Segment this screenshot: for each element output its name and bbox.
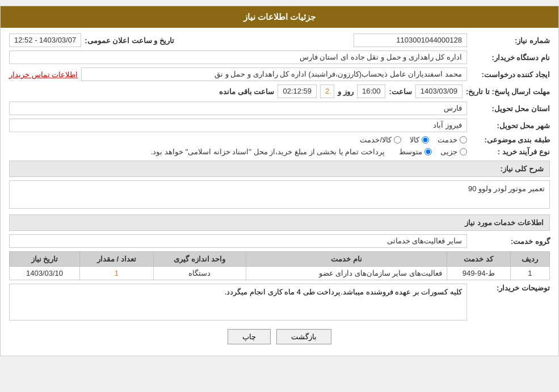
purchase-note: پرداخت تمام یا بخشی از مبلغ خرید،از محل …: [151, 147, 385, 156]
purchase-label-medium: متوسط: [399, 147, 422, 156]
province-row: استان محل تحویل: فارس: [9, 102, 550, 115]
table-header-date: تاریخ نیاز: [10, 252, 80, 267]
deadline-remaining-label: ساعت باقی مانده: [219, 87, 274, 96]
services-section-label: اطلاعات خدمات مورد نیاز: [465, 218, 544, 227]
purchase-type-row: نوع فرآیند خرید : جزیی متوسط پرداخت تمام…: [9, 147, 550, 156]
deadline-date: 1403/03/09: [415, 85, 463, 98]
page-title: جزئیات اطلاعات نیاز: [243, 12, 316, 22]
city-value: فیروز آباد: [9, 119, 467, 132]
cell-row: 1: [510, 267, 549, 280]
purchase-type-label: نوع فرآیند خرید :: [470, 147, 550, 156]
print-button[interactable]: چاپ: [228, 329, 271, 344]
province-label: استان محل تحویل:: [470, 104, 550, 113]
city-row: شهر محل تحویل: فیروز آباد: [9, 119, 550, 132]
category-label: طبقه بندی موضوعی:: [470, 136, 550, 144]
service-group-label: گروه خدمت:: [470, 237, 550, 246]
org-row: نام دستگاه خریدار: اداره کل راهداری و حم…: [9, 50, 550, 64]
creator-label: ایجاد کننده درخواست:: [470, 70, 550, 79]
province-value: فارس: [9, 102, 467, 115]
deadline-label: مهلت ارسال پاسخ: تا تاریخ:: [466, 87, 550, 96]
creator-link[interactable]: اطلاعات تماس خریدار: [9, 70, 78, 79]
general-desc-section-header: شرح کلی نیاز:: [9, 161, 550, 177]
org-label: نام دستگاه خریدار:: [470, 53, 550, 62]
services-section-header: اطلاعات خدمات مورد نیاز: [9, 214, 550, 231]
general-desc-value: تعمیر موتور لودر ولوو 90: [9, 180, 550, 209]
purchase-radio-minor[interactable]: [460, 148, 467, 155]
back-button[interactable]: بازگشت: [276, 329, 331, 344]
deadline-time-label: ساعت:: [389, 87, 411, 96]
page-container: جزئیات اطلاعات نیاز شماره نیاز: 11030010…: [0, 6, 559, 356]
buyer-desc-row: توضیحات خریدار:: [9, 284, 550, 321]
city-label: شهر محل تحویل:: [470, 121, 550, 130]
category-label-goods: کالا: [410, 136, 419, 144]
announcement-date-value: 1403/03/07 - 12:52: [9, 33, 81, 47]
page-header: جزئیات اطلاعات نیاز: [1, 6, 558, 28]
deadline-time: 16:00: [357, 85, 386, 98]
buyer-desc-value: [9, 284, 467, 321]
creator-row: ایجاد کننده درخواست: محمد اسفندیاران عام…: [9, 68, 550, 81]
purchase-type-options: جزیی متوسط پرداخت تمام یا بخشی از مبلغ خ…: [151, 147, 467, 156]
buttons-row: بازگشت چاپ: [9, 329, 550, 344]
purchase-option-minor: جزیی: [440, 147, 467, 156]
cell-date: 1403/03/10: [10, 267, 80, 280]
cell-unit: دستگاه: [153, 267, 246, 280]
creator-value: محمد اسفندیاران عامل ذیحساب(کارزون،فراشب…: [81, 68, 467, 81]
category-option-goods: کالا: [410, 136, 429, 144]
category-radio-goods[interactable]: [422, 136, 429, 144]
category-radio-service[interactable]: [460, 136, 467, 144]
cell-name: فعالیت‌های سایر سازمان‌های دارای عضو: [246, 267, 447, 280]
category-radio-group: خدمت کالا کالا/خدمت: [360, 136, 467, 144]
purchase-radio-medium[interactable]: [424, 148, 432, 155]
services-table: ردیف کد خدمت نام خدمت واحد اندازه گیری ت…: [9, 251, 550, 280]
category-label-service: خدمت: [438, 136, 457, 144]
table-header-qty: تعداد / مقدار: [79, 252, 153, 267]
table-header-row: ردیف: [510, 252, 549, 267]
deadline-days: 2: [320, 85, 334, 98]
general-desc-area: تعمیر موتور لودر ولوو 90: [9, 180, 550, 209]
service-group-row: گروه خدمت: سایر فعالیت‌های خدماتی: [9, 234, 550, 248]
table-header-name: نام خدمت: [246, 252, 447, 267]
table-header-unit: واحد اندازه گیری: [153, 252, 246, 267]
table-row: 1 ط-94-949 فعالیت‌های سایر سازمان‌های دا…: [10, 267, 550, 280]
service-group-value: سایر فعالیت‌های خدماتی: [9, 234, 467, 248]
category-option-goods-service: کالا/خدمت: [360, 136, 401, 144]
category-option-service: خدمت: [438, 136, 467, 144]
category-radio-goods-service[interactable]: [394, 136, 401, 144]
cell-code: ط-94-949: [447, 267, 511, 280]
deadline-row: مهلت ارسال پاسخ: تا تاریخ: 1403/03/09 سا…: [9, 85, 550, 98]
category-row: طبقه بندی موضوعی: خدمت کالا کالا/خدمت: [9, 136, 550, 144]
purchase-option-medium: متوسط: [399, 147, 432, 156]
deadline-remaining: 02:12:59: [278, 85, 317, 98]
category-label-goods-service: کالا/خدمت: [360, 136, 392, 144]
number-label: شماره نیاز:: [470, 36, 550, 45]
content-area: شماره نیاز: 1103001044000128 تاریخ و ساع…: [1, 28, 558, 356]
deadline-days-label: روز و: [338, 87, 354, 96]
number-value: 1103001044000128: [354, 33, 467, 47]
announcement-date-label: تاریخ و ساعت اعلان عمومی:: [85, 36, 174, 45]
cell-qty: 1: [79, 267, 153, 280]
number-row: شماره نیاز: 1103001044000128 تاریخ و ساع…: [9, 33, 550, 47]
purchase-label-minor: جزیی: [440, 147, 457, 156]
general-desc-label: شرح کلی نیاز:: [500, 165, 544, 173]
org-value: اداره کل راهداری و حمل و نقل جاده ای است…: [9, 50, 467, 64]
table-header-code: کد خدمت: [447, 252, 511, 267]
buyer-desc-label: توضیحات خریدار:: [470, 284, 550, 292]
